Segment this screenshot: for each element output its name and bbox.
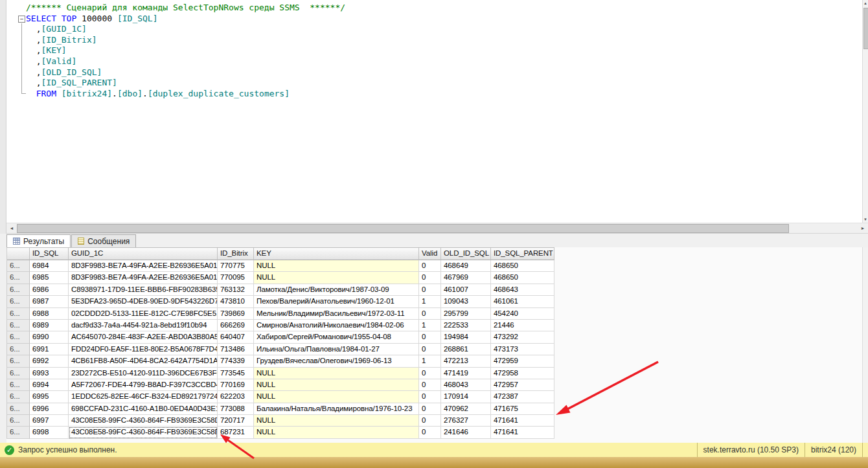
grid-cell[interactable]: 473173 [491,344,554,355]
grid-cell[interactable]: 276327 [441,415,491,427]
grid-cell[interactable]: 468650 [491,272,554,284]
grid-cell[interactable]: 471641 [491,415,554,427]
grid-cell[interactable]: 468643 [491,284,554,296]
grid-cell[interactable]: 1EDDC625-82EE-46CF-B324-ED892179724C [69,391,218,403]
row-header[interactable]: 6... [7,415,30,427]
grid-cell[interactable]: 0 [419,368,441,379]
grid-cell[interactable]: AC645070-284E-483F-A2EE-ABD0A3B80A52 [69,331,218,343]
grid-cell[interactable]: 468649 [441,260,491,272]
tab-results[interactable]: Результаты [6,234,71,247]
grid-cell[interactable]: 8D3F9983-BE7A-49FA-A2EE-B26936E5A01B [69,272,218,284]
grid-cell[interactable]: 0 [419,379,441,391]
grid-cell[interactable]: 6986 [30,284,69,296]
editor-horizontal-scrollbar[interactable]: ◄ ► [6,223,868,234]
grid-cell[interactable]: 02CDDD2D-5133-11EE-812C-C7E98FC5E5... [69,308,218,320]
grid-cell[interactable]: Ильина/Ольга/Павловна/1984-01-27 [254,344,419,355]
grid-cell[interactable]: NULL [254,379,419,391]
grid-cell[interactable]: 0 [419,284,441,296]
grid-cell[interactable]: 21446 [491,320,554,331]
row-header[interactable]: 6... [7,427,30,438]
row-header[interactable]: 6... [7,331,30,343]
grid-cell[interactable]: 720717 [218,415,254,427]
grid-cell[interactable]: NULL [254,427,419,438]
grid-cell[interactable]: 0 [419,344,441,355]
grid-cell[interactable]: 6991 [30,344,69,355]
grid-cell[interactable]: 0 [419,331,441,343]
grid-cell[interactable]: 8D3F9983-BE7A-49FA-A2EE-B26936E5A01B [69,260,218,272]
grid-cell[interactable]: 774339 [218,355,254,367]
tab-messages[interactable]: Сообщения [71,234,136,247]
grid-cell[interactable]: 470962 [441,403,491,415]
grid-cell[interactable]: 4CB61FB8-A50F-4D64-8CA2-642A7754D1A1 [69,355,218,367]
grid-cell[interactable]: Хабиров/Сергей/Романович/1955-04-08 [254,331,419,343]
grid-cell[interactable]: 472957 [491,379,554,391]
grid-cell[interactable]: 6984 [30,260,69,272]
grid-cell[interactable]: 6995 [30,391,69,403]
grid-cell[interactable]: 6996 [30,403,69,415]
grid-cell[interactable]: 739869 [218,308,254,320]
grid-cell[interactable]: 687231 [218,427,254,438]
horizontal-scrollbar-thumb[interactable] [17,224,789,233]
grid-cell[interactable]: 773088 [218,403,254,415]
column-header[interactable]: ID_Bitrix [218,248,254,260]
grid-cell[interactable]: 468043 [441,379,491,391]
grid-cell[interactable]: NULL [254,368,419,379]
code-collapse-toggle[interactable]: − [18,16,25,23]
grid-cell[interactable]: 0 [419,427,441,438]
grid-cell[interactable]: 5E3DFA23-965D-4DE8-90ED-9DF543226D78 [69,296,218,307]
grid-cell[interactable]: 6994 [30,379,69,391]
scroll-down-arrow-icon[interactable]: ▼ [863,216,868,223]
row-header[interactable]: 6... [7,379,30,391]
grid-cell[interactable]: 473810 [218,296,254,307]
grid-cell[interactable]: 222533 [441,320,491,331]
grid-cell[interactable]: 1 [419,296,441,307]
grid-cell[interactable]: Мельник/Владимир/Васильевич/1972-03-11 [254,308,419,320]
grid-cell[interactable]: 6987 [30,296,69,307]
scroll-right-arrow-icon[interactable]: ► [858,223,868,233]
grid-cell[interactable]: 471419 [441,368,491,379]
grid-cell[interactable]: 109043 [441,296,491,307]
grid-cell[interactable]: Груздев/Вячеслав/Олегович/1969-06-13 [254,355,419,367]
grid-cell[interactable]: 295799 [441,308,491,320]
grid-cell[interactable]: 0 [419,391,441,403]
grid-cell[interactable]: FDD24DF0-EA5F-11E8-80E2-B5A0678F7D49 [69,344,218,355]
grid-cell[interactable]: 698CCFAD-231C-4160-A1B0-0ED4A0D43E16 [69,403,218,415]
results-vertical-scrollbar[interactable] [862,247,868,443]
grid-cell[interactable]: 6990 [30,331,69,343]
grid-cell[interactable]: NULL [254,391,419,403]
grid-cell[interactable]: Балакина/Наталья/Владимировна/1976-10-23 [254,403,419,415]
grid-cell[interactable]: 468650 [491,260,554,272]
grid-cell[interactable]: 471675 [491,403,554,415]
grid-cell[interactable]: Пехов/Валерий/Анатольевич/1960-12-01 [254,296,419,307]
grid-cell[interactable]: 241646 [441,427,491,438]
grid-cell[interactable]: 666269 [218,320,254,331]
column-header[interactable]: GUID_1C [69,248,218,260]
row-header[interactable]: 6... [7,368,30,379]
grid-cell[interactable]: 6998 [30,427,69,438]
grid-cell[interactable]: 0 [419,415,441,427]
row-header[interactable]: 6... [7,308,30,320]
grid-cell[interactable]: 770095 [218,272,254,284]
column-header[interactable]: KEY [254,248,419,260]
grid-cell[interactable]: 0 [419,260,441,272]
row-header[interactable]: 6... [7,344,30,355]
grid-cell[interactable]: 0 [419,403,441,415]
column-header[interactable]: Valid [419,248,441,260]
grid-cell[interactable]: C8938971-17D9-11EE-BBB6-FBF90283B635 [69,284,218,296]
grid-cell[interactable]: 773545 [218,368,254,379]
grid-cell[interactable]: Ламотка/Денис/Викторович/1987-03-09 [254,284,419,296]
grid-cell[interactable]: 471641 [491,427,554,438]
grid-cell[interactable]: 43C08E58-99FC-4360-864F-FB9369E3C58D [69,415,218,427]
grid-cell[interactable]: 1 [419,355,441,367]
grid-cell[interactable]: 622203 [218,391,254,403]
grid-cell[interactable]: 6985 [30,272,69,284]
grid-cell[interactable]: 0 [419,272,441,284]
sql-editor-pane[interactable]: − /****** Сценарий для команды SelectTop… [6,0,862,223]
grid-cell[interactable]: 1 [419,320,441,331]
grid-cell[interactable]: 6997 [30,415,69,427]
row-header[interactable]: 6... [7,355,30,367]
grid-cell[interactable]: Смирнов/Анатолий/Николаевич/1984-02-06 [254,320,419,331]
grid-cell[interactable]: 473292 [491,331,554,343]
column-header[interactable]: ID_SQL_PARENT [491,248,554,260]
grid-cell[interactable]: 770169 [218,379,254,391]
